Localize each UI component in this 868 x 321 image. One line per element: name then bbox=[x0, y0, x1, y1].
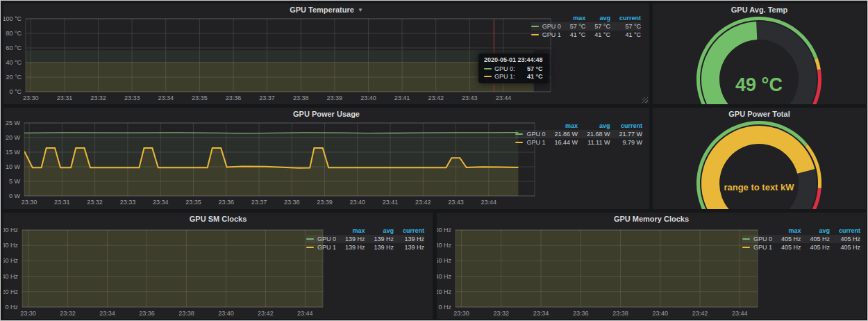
legend-series-name: GPU 1 bbox=[753, 244, 772, 251]
tooltip-series-value: 41 °C bbox=[520, 73, 543, 80]
gauge-band-value bbox=[710, 135, 806, 209]
legend-series-row[interactable]: GPU 1405 Hz405 Hz405 Hz bbox=[742, 243, 860, 252]
panel-gpu-memory-clocks: GPU Memory Clocks maxavgcurrentGPU 0405 … bbox=[437, 213, 866, 319]
y-axis-tick-label: 80 °C bbox=[6, 30, 22, 37]
panel-resize-handle[interactable] bbox=[642, 97, 648, 103]
legend-series-value: 57 °C bbox=[610, 22, 641, 31]
legend-series-value: 405 Hz bbox=[772, 235, 801, 243]
panel-title-gpu-power-total[interactable]: GPU Power Total bbox=[653, 108, 866, 120]
legend-series-row[interactable]: GPU 057 °C57 °C57 °C bbox=[531, 22, 641, 31]
x-axis-tick-label: 23:36 bbox=[573, 310, 589, 317]
legend-series-value: 139 Hz bbox=[394, 243, 424, 252]
series-color-dash-icon bbox=[515, 133, 523, 135]
legend-header-max: max bbox=[772, 227, 801, 235]
x-axis-tick-label: 23:37 bbox=[259, 94, 275, 101]
legend-series-row[interactable]: GPU 021.86 W21.68 W21.77 W bbox=[515, 130, 642, 138]
y-axis-tick-label: 0 W bbox=[9, 192, 21, 199]
legend-series-value: 139 Hz bbox=[365, 243, 394, 252]
legend-gpu-temperature: maxavgcurrentGPU 057 °C57 °C57 °CGPU 141… bbox=[531, 14, 641, 39]
x-axis-tick-label: 23:36 bbox=[218, 199, 234, 206]
legend-header-current: current bbox=[830, 227, 860, 235]
x-axis-tick-label: 23:43 bbox=[462, 94, 478, 101]
y-axis-tick-label: 80 Hz bbox=[3, 242, 18, 249]
y-axis-tick-label: 25 W bbox=[6, 120, 21, 126]
x-axis-tick-label: 23:30 bbox=[20, 310, 36, 317]
legend-gpu-power-usage: maxavgcurrentGPU 021.86 W21.68 W21.77 WG… bbox=[515, 122, 642, 147]
legend-series-value: 139 Hz bbox=[365, 235, 394, 243]
x-axis-tick-label: 23:39 bbox=[317, 199, 333, 206]
x-axis-tick-label: 23:31 bbox=[54, 199, 70, 206]
gauge: 49 °C bbox=[653, 3, 866, 104]
legend-series-row[interactable]: GPU 0405 Hz405 Hz405 Hz bbox=[742, 235, 860, 243]
tooltip-series-row: GPU 1:41 °C bbox=[484, 73, 543, 80]
panel-gpu-avg-temp: GPU Avg. Temp 49 °C bbox=[653, 3, 866, 104]
legend-header-avg: avg bbox=[578, 122, 610, 130]
legend-header-max: max bbox=[336, 227, 365, 235]
legend-header-avg: avg bbox=[801, 227, 830, 235]
x-axis-tick-label: 23:32 bbox=[60, 310, 76, 317]
series-color-dash-icon bbox=[742, 247, 750, 248]
gauge-threshold-ring-segment bbox=[816, 58, 819, 69]
series-color-dash-icon bbox=[515, 142, 523, 143]
graph-tooltip: 2020-05-01 23:44:48GPU 0:57 °CGPU 1:41 °… bbox=[478, 54, 549, 83]
legend-header-row: maxavgcurrent bbox=[515, 122, 642, 130]
chevron-down-icon: ▼ bbox=[358, 7, 363, 13]
x-axis-tick-label: 23:34 bbox=[533, 310, 549, 317]
x-axis-tick-label: 23:36 bbox=[139, 310, 155, 317]
x-axis-tick-label: 23:32 bbox=[90, 94, 106, 101]
panel-title-gpu-memory-clocks[interactable]: GPU Memory Clocks bbox=[437, 213, 866, 225]
x-axis-tick-label: 23:30 bbox=[22, 199, 37, 206]
y-axis-tick-label: 60 °C bbox=[6, 44, 22, 51]
y-axis-tick-label: 100 Hz bbox=[437, 227, 451, 233]
y-axis-tick-label: 100 °C bbox=[3, 15, 22, 22]
series-color-dash-icon bbox=[531, 34, 539, 35]
legend-series-value: 21.77 W bbox=[610, 130, 642, 138]
series-color-dash-icon bbox=[484, 68, 492, 69]
legend-series-value: 41 °C bbox=[561, 31, 586, 39]
y-axis-tick-label: 5 W bbox=[9, 178, 21, 185]
series-color-dash-icon bbox=[742, 238, 750, 240]
panel-title-text: GPU Avg. Temp bbox=[731, 6, 788, 14]
series-fill-gpu-1 bbox=[26, 62, 534, 92]
series-color-dash-icon bbox=[531, 26, 539, 27]
tooltip-timestamp: 2020-05-01 23:44:48 bbox=[484, 56, 543, 63]
legend-series-name: GPU 0 bbox=[753, 236, 772, 242]
legend-series-row[interactable]: GPU 0139 Hz139 Hz139 Hz bbox=[306, 235, 424, 243]
panel-title-text: GPU Power Usage bbox=[293, 110, 360, 118]
legend-header-max: max bbox=[545, 122, 578, 130]
legend-series-value: 57 °C bbox=[561, 22, 586, 31]
legend-header-current: current bbox=[394, 227, 424, 235]
legend-series-value: 21.86 W bbox=[545, 130, 578, 138]
y-axis-tick-label: 60 Hz bbox=[437, 257, 451, 264]
x-axis-tick-label: 23:40 bbox=[360, 94, 376, 101]
panel-title-gpu-avg-temp[interactable]: GPU Avg. Temp bbox=[653, 3, 866, 16]
panel-title-gpu-temperature[interactable]: GPU Temperature▼ bbox=[3, 3, 649, 16]
legend-header-row: maxavgcurrent bbox=[306, 227, 424, 235]
x-axis-tick-label: 23:34 bbox=[153, 199, 169, 206]
x-axis-tick-label: 23:44 bbox=[481, 199, 497, 206]
series-color-dash-icon bbox=[306, 238, 314, 240]
legend-series-value: 41 °C bbox=[585, 31, 610, 39]
gauge-value-text: 49 °C bbox=[735, 74, 783, 95]
y-axis-tick-label: 0 Hz bbox=[438, 304, 451, 311]
panel-title-gpu-sm-clocks[interactable]: GPU SM Clocks bbox=[3, 213, 433, 225]
x-axis-tick-label: 23:33 bbox=[124, 94, 140, 101]
panel-gpu-power-usage: GPU Power Usage maxavgcurrentGPU 021.86 … bbox=[3, 108, 649, 209]
gauge: range to text kW bbox=[653, 108, 866, 209]
legend-header-avg: avg bbox=[365, 227, 394, 235]
x-axis-tick-label: 23:44 bbox=[496, 94, 512, 101]
panel-title-text: GPU Temperature bbox=[290, 6, 354, 14]
x-axis-tick-label: 23:42 bbox=[258, 310, 274, 317]
grafana-dashboard: GPU Temperature▼ maxavgcurrentGPU 057 °C… bbox=[0, 0, 868, 321]
legend-series-value: 405 Hz bbox=[801, 243, 830, 252]
panel-title-gpu-power-usage[interactable]: GPU Power Usage bbox=[3, 108, 649, 120]
series-fill-gpu-1 bbox=[456, 213, 758, 307]
legend-series-value: 41 °C bbox=[610, 31, 641, 39]
x-axis-tick-label: 23:37 bbox=[251, 199, 267, 206]
legend-series-value: 21.68 W bbox=[578, 130, 610, 138]
legend-series-row[interactable]: GPU 141 °C41 °C41 °C bbox=[531, 31, 641, 39]
y-axis-tick-label: 10 W bbox=[6, 163, 21, 170]
x-axis-tick-label: 23:39 bbox=[327, 94, 343, 101]
legend-series-row[interactable]: GPU 1139 Hz139 Hz139 Hz bbox=[306, 243, 424, 252]
legend-series-row[interactable]: GPU 116.44 W11.11 W9.79 W bbox=[515, 138, 642, 147]
